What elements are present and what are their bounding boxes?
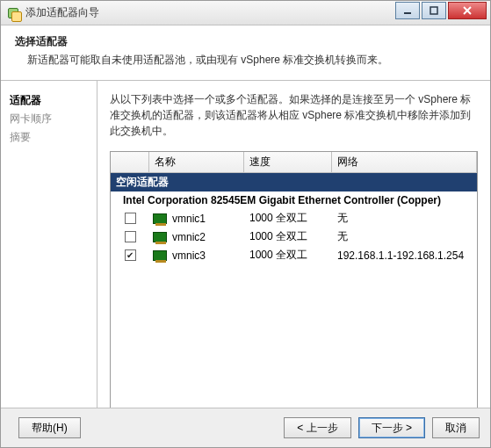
adapter-speed: 1000 全双工 <box>244 211 332 226</box>
wizard-window: 添加适配器向导 选择适配器 新适配器可能取自未使用适配器池，或由现有 vSphe… <box>0 0 491 448</box>
list-empty-area <box>111 264 477 423</box>
nic-icon <box>153 213 167 224</box>
adapter-name: vmnic2 <box>172 231 206 243</box>
maximize-button[interactable] <box>422 2 446 19</box>
device-header: Intel Corporation 82545EM Gigabit Ethern… <box>111 191 477 209</box>
adapter-name: vmnic3 <box>172 249 206 262</box>
step-summary[interactable]: 摘要 <box>10 130 88 145</box>
minimize-button[interactable] <box>395 2 420 19</box>
close-button[interactable] <box>448 2 487 19</box>
nic-icon <box>153 250 167 261</box>
adapter-speed: 1000 全双工 <box>244 248 332 263</box>
adapter-row[interactable]: vmnic2 1000 全双工 无 <box>111 228 477 246</box>
adapter-network: 192.168.1.1-192.168.1.254 <box>332 249 477 262</box>
adapter-network: 无 <box>332 229 477 244</box>
step-adapter[interactable]: 适配器 <box>10 93 88 108</box>
step-nic-order[interactable]: 网卡顺序 <box>10 112 88 126</box>
titlebar: 添加适配器向导 <box>1 1 490 25</box>
help-button[interactable]: 帮助(H) <box>18 417 81 438</box>
column-network[interactable]: 网络 <box>332 152 477 172</box>
column-name[interactable]: 名称 <box>149 152 244 172</box>
adapter-row[interactable]: vmnic1 1000 全双工 无 <box>111 209 477 228</box>
footer: 帮助(H) < 上一步 下一步 > 取消 <box>1 408 490 447</box>
adapter-list: 名称 速度 网络 空闲适配器 Intel Corporation 82545EM… <box>110 151 478 423</box>
window-title: 添加适配器向导 <box>25 5 394 20</box>
wizard-steps: 适配器 网卡顺序 摘要 <box>1 81 97 432</box>
next-button[interactable]: 下一步 > <box>358 417 425 438</box>
column-checkbox <box>111 152 149 172</box>
instruction-text: 从以下列表中选择一个或多个适配器。如果选择的是连接至另一个 vSphere 标准… <box>110 91 478 139</box>
back-button[interactable]: < 上一步 <box>284 417 350 438</box>
checkbox-vmnic2[interactable] <box>125 231 136 242</box>
page-title: 选择适配器 <box>15 34 476 49</box>
group-unclaimed: 空闲适配器 <box>111 173 477 191</box>
checkbox-vmnic1[interactable] <box>125 213 136 224</box>
nic-icon <box>153 232 167 242</box>
adapter-name: vmnic1 <box>172 213 206 225</box>
column-speed[interactable]: 速度 <box>244 152 332 172</box>
adapter-network: 无 <box>332 211 477 226</box>
adapter-row[interactable]: vmnic3 1000 全双工 192.168.1.1-192.168.1.25… <box>111 246 477 264</box>
window-buttons <box>394 2 487 19</box>
page-subtitle: 新适配器可能取自未使用适配器池，或由现有 vSphere 标准交换机转换而来。 <box>15 53 476 68</box>
column-headers: 名称 速度 网络 <box>111 152 477 173</box>
adapter-speed: 1000 全双工 <box>244 229 332 244</box>
main-panel: 从以下列表中选择一个或多个适配器。如果选择的是连接至另一个 vSphere 标准… <box>97 81 490 432</box>
app-icon <box>6 6 20 20</box>
svg-rect-1 <box>430 7 437 14</box>
cancel-button[interactable]: 取消 <box>432 417 480 438</box>
checkbox-vmnic3[interactable] <box>125 249 136 261</box>
body: 适配器 网卡顺序 摘要 从以下列表中选择一个或多个适配器。如果选择的是连接至另一… <box>1 81 490 432</box>
header: 选择适配器 新适配器可能取自未使用适配器池，或由现有 vSphere 标准交换机… <box>1 25 490 81</box>
